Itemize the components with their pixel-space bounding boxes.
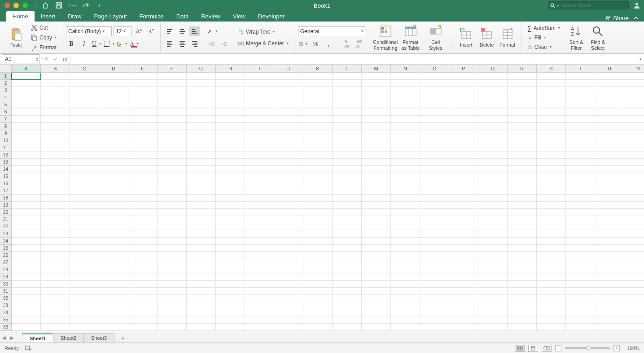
cell-T34[interactable] [566, 309, 595, 316]
cell-L28[interactable] [333, 266, 362, 273]
cell-P11[interactable] [449, 144, 478, 152]
cell-I2[interactable] [245, 80, 274, 87]
cell-R14[interactable] [508, 166, 537, 173]
cell-O14[interactable] [420, 166, 449, 173]
cell-I33[interactable] [245, 302, 274, 309]
cell-R32[interactable] [508, 295, 537, 302]
cell-G17[interactable] [187, 187, 216, 195]
cell-R33[interactable] [508, 302, 537, 309]
fill-color-button[interactable] [116, 39, 127, 49]
cell-J16[interactable] [274, 180, 303, 187]
row-header-18[interactable]: 18 [0, 195, 12, 202]
cell-L9[interactable] [333, 130, 362, 137]
save-icon[interactable] [55, 2, 62, 9]
cell-U1[interactable] [595, 73, 624, 80]
column-header-J[interactable]: J [274, 65, 303, 72]
cell-D15[interactable] [99, 173, 128, 180]
cell-I21[interactable] [245, 216, 274, 223]
cell-O13[interactable] [420, 159, 449, 166]
cell-R20[interactable] [508, 209, 537, 216]
cell-R30[interactable] [508, 281, 537, 288]
cell-Q33[interactable] [478, 302, 508, 309]
cell-S15[interactable] [537, 173, 566, 180]
cell-B34[interactable] [41, 309, 70, 316]
cell-V8[interactable] [624, 123, 644, 130]
cell-R35[interactable] [508, 316, 537, 324]
cell-B33[interactable] [41, 302, 70, 309]
cell-U19[interactable] [595, 202, 624, 209]
cell-O5[interactable] [420, 101, 449, 108]
cell-C17[interactable] [70, 187, 99, 195]
column-header-I[interactable]: I [245, 65, 274, 72]
enter-formula-button[interactable]: ✓ [53, 56, 58, 62]
cell-J32[interactable] [274, 295, 303, 302]
cell-M9[interactable] [362, 130, 391, 137]
cell-A2[interactable] [12, 80, 41, 87]
cell-O19[interactable] [420, 202, 449, 209]
cell-V30[interactable] [624, 281, 644, 288]
cell-N3[interactable] [391, 87, 420, 94]
cell-K7[interactable] [303, 116, 333, 123]
cell-A20[interactable] [12, 209, 41, 216]
cell-A13[interactable] [12, 159, 41, 166]
cell-M13[interactable] [362, 159, 391, 166]
cell-S4[interactable] [537, 94, 566, 101]
cell-K35[interactable] [303, 316, 333, 324]
row-header-21[interactable]: 21 [0, 216, 12, 223]
cell-S1[interactable] [537, 73, 566, 80]
cell-U11[interactable] [595, 144, 624, 152]
orientation-button[interactable] [206, 26, 217, 36]
cell-A24[interactable] [12, 238, 41, 245]
cell-M30[interactable] [362, 281, 391, 288]
format-painter-button[interactable]: Format [29, 43, 58, 52]
cell-F18[interactable] [158, 195, 187, 202]
row-header-27[interactable]: 27 [0, 259, 12, 266]
cell-S33[interactable] [537, 302, 566, 309]
cell-B1[interactable] [41, 73, 70, 80]
cell-G3[interactable] [187, 87, 216, 94]
cell-P7[interactable] [449, 116, 478, 123]
cell-F11[interactable] [158, 144, 187, 152]
cell-F6[interactable] [158, 108, 187, 116]
cell-F14[interactable] [158, 166, 187, 173]
cell-Q28[interactable] [478, 266, 508, 273]
cell-Q31[interactable] [478, 288, 508, 295]
cell-N29[interactable] [391, 273, 420, 281]
cell-V25[interactable] [624, 245, 644, 252]
cell-V20[interactable] [624, 209, 644, 216]
cell-I7[interactable] [245, 116, 274, 123]
cell-T24[interactable] [566, 238, 595, 245]
row-header-10[interactable]: 10 [0, 137, 12, 144]
column-header-G[interactable]: G [187, 65, 216, 72]
cell-M2[interactable] [362, 80, 391, 87]
cell-U2[interactable] [595, 80, 624, 87]
row-header-3[interactable]: 3 [0, 87, 12, 94]
cell-H34[interactable] [216, 309, 245, 316]
sheet-tab-sheet2[interactable]: Sheet2 [53, 333, 84, 342]
cell-S16[interactable] [537, 180, 566, 187]
cell-P13[interactable] [449, 159, 478, 166]
cell-A32[interactable] [12, 295, 41, 302]
cell-R13[interactable] [508, 159, 537, 166]
cell-F31[interactable] [158, 288, 187, 295]
tab-formulas[interactable]: Formulas [133, 11, 170, 22]
cell-K26[interactable] [303, 252, 333, 259]
increase-font-button[interactable]: A▴ [133, 26, 144, 36]
cell-N18[interactable] [391, 195, 420, 202]
cell-O23[interactable] [420, 230, 449, 238]
cell-E12[interactable] [128, 152, 158, 159]
column-header-M[interactable]: M [362, 65, 391, 72]
cell-J35[interactable] [274, 316, 303, 324]
cell-P4[interactable] [449, 94, 478, 101]
cell-C3[interactable] [70, 87, 99, 94]
cell-styles-button[interactable]: CellStyles [423, 24, 448, 50]
cell-L3[interactable] [333, 87, 362, 94]
cell-U30[interactable] [595, 281, 624, 288]
cell-P35[interactable] [449, 316, 478, 324]
close-window-button[interactable] [4, 3, 10, 8]
cell-A31[interactable] [12, 288, 41, 295]
cell-E31[interactable] [128, 288, 158, 295]
cell-E13[interactable] [128, 159, 158, 166]
cell-V26[interactable] [624, 252, 644, 259]
cell-P33[interactable] [449, 302, 478, 309]
